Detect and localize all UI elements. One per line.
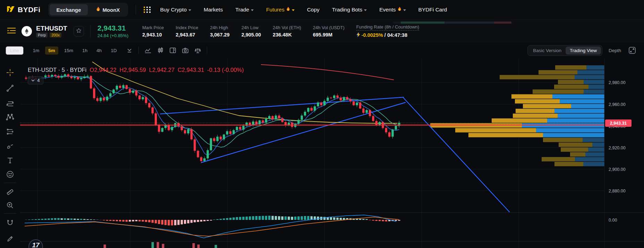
funding-rate: -0.0025%: [362, 32, 383, 38]
brand-name: BYDFi: [18, 6, 41, 14]
more-timeframes-chevron-icon[interactable]: [124, 46, 135, 55]
candle-body: [336, 96, 338, 98]
volume-profile-buy-bar: [500, 75, 575, 80]
indicators-collapse-button[interactable]: 4: [28, 76, 43, 84]
candle-body: [112, 90, 115, 93]
chart-plot[interactable]: 2,980.002,960.002,940.002,920.002,900.00…: [20, 58, 644, 248]
screenshot-camera-icon[interactable]: [180, 46, 190, 55]
macd-histogram-bar: [372, 220, 374, 221]
magnet-tool-icon[interactable]: [4, 217, 16, 229]
timeframe-15m[interactable]: 15m: [61, 47, 76, 55]
macd-histogram-bar: [333, 217, 335, 220]
volume-profile-buy-bar: [513, 114, 558, 118]
candle-body: [171, 127, 173, 130]
nav-item-copy[interactable]: Copy: [307, 7, 320, 13]
macd-histogram-bar: [294, 217, 296, 220]
macd-histogram-bar: [206, 220, 209, 221]
fib-retracement-tool-icon[interactable]: [4, 98, 16, 110]
chart-style-line-button[interactable]: Line: [6, 46, 24, 55]
macd-histogram-bar: [181, 220, 183, 224]
nav-item-markets[interactable]: Markets: [204, 7, 223, 13]
xabcd-pattern-tool-icon[interactable]: [4, 111, 16, 123]
fire-icon: [96, 7, 100, 13]
trading-view-tab[interactable]: Trading View: [566, 47, 601, 55]
depth-tab[interactable]: Depth: [609, 48, 621, 53]
macd-histogram-bar: [119, 220, 121, 222]
volume-profile-sell-bar: [547, 118, 604, 123]
nav-item-events[interactable]: Events: [379, 7, 406, 13]
nav-item-futures[interactable]: Futures: [266, 7, 295, 13]
volume-profile-buy-bar: [539, 70, 577, 75]
mode-switch: Exchange MoonX: [48, 3, 128, 17]
timeframe-4h[interactable]: 4h: [93, 47, 105, 55]
macd-histogram-bar: [57, 218, 59, 220]
crosshair-tool-icon[interactable]: [4, 67, 16, 78]
macd-histogram-bar: [129, 220, 131, 222]
macd-histogram-bar: [90, 220, 92, 220]
candle-style-icon[interactable]: [155, 46, 166, 55]
layout-panel-icon[interactable]: [168, 46, 178, 55]
compare-scales-icon[interactable]: [193, 46, 203, 55]
macd-histogram-bar: [291, 217, 293, 220]
order-panel-toggle-icon[interactable]: [7, 27, 16, 36]
funding-label[interactable]: Funding Rate (8h / Countdown): [356, 24, 419, 31]
trendline-resistance[interactable]: [261, 65, 394, 80]
long-position-tool-icon[interactable]: [4, 126, 16, 138]
candle-body: [132, 91, 134, 93]
text-tool-icon[interactable]: [4, 155, 16, 166]
macd-histogram-bar: [239, 217, 241, 220]
macd-histogram-bar: [109, 220, 111, 221]
macd-histogram-bar: [398, 220, 400, 221]
macd-histogram-bar: [220, 219, 222, 220]
zoom-in-tool-icon[interactable]: [4, 199, 16, 211]
emoji-tool-icon[interactable]: [4, 168, 16, 180]
nav-item-trade[interactable]: Trade: [235, 7, 254, 13]
fullscreen-expand-icon[interactable]: [627, 46, 637, 55]
stat-24h-low: 24h Low2,905.00: [242, 25, 261, 38]
nav-item-bydfi-card[interactable]: BYDFi Card: [418, 7, 447, 13]
volume-bar: [197, 245, 200, 248]
basic-version-tab[interactable]: Basic Version: [529, 47, 566, 55]
price-axis-label[interactable]: 0.00: [609, 218, 617, 223]
timeframe-1h[interactable]: 1h: [79, 47, 91, 55]
bydfi-logo[interactable]: BYDFi: [6, 5, 41, 14]
timeframe-1D[interactable]: 1D: [108, 47, 120, 55]
volume-profile-sell-bar: [554, 109, 604, 113]
apps-grid-icon[interactable]: [144, 7, 151, 13]
trendline-wedge_lower[interactable]: [201, 102, 405, 163]
volume-profile-sell-bar: [543, 133, 604, 138]
favorite-star-button[interactable]: [74, 26, 84, 36]
drawing-toolbar: [0, 58, 20, 248]
brush-tool-icon[interactable]: [4, 140, 16, 152]
trend-line-tool-icon[interactable]: [4, 82, 16, 94]
trendline-breakdown[interactable]: [404, 98, 509, 212]
macd-histogram-bar: [330, 217, 332, 220]
stat-label: 24h Vol (ETH): [273, 25, 301, 30]
price-axis-label[interactable]: 2,900.00: [609, 167, 626, 172]
price-axis-label[interactable]: 2,920.00: [609, 146, 626, 150]
chevron-down-icon: [188, 9, 191, 11]
candle-body: [129, 89, 131, 93]
leverage-badge[interactable]: 200x: [50, 33, 61, 38]
macd-histogram-bar: [271, 216, 273, 220]
timeframe-5m[interactable]: 5m: [45, 47, 58, 55]
nav-item-buy-crypto[interactable]: Buy Crypto: [160, 7, 191, 13]
candle-body: [346, 97, 348, 99]
nav-item-trading-bots[interactable]: Trading Bots: [332, 7, 367, 13]
timeframe-1m[interactable]: 1m: [30, 47, 43, 55]
main-chart[interactable]: 2,980.002,960.002,940.002,920.002,900.00…: [20, 58, 644, 248]
indicators-icon[interactable]: [143, 46, 153, 55]
price-axis-label[interactable]: 2,980.00: [609, 80, 626, 85]
macd-histogram-bar: [359, 219, 361, 220]
price-axis-label[interactable]: 2,960.00: [609, 102, 626, 107]
edit-pencil-tool-icon[interactable]: [4, 232, 16, 244]
tab-moonx[interactable]: MoonX: [89, 4, 127, 15]
stat-label: 24h Vol (USDT): [313, 25, 345, 30]
volume-profile-buy-bar: [543, 138, 583, 142]
macd-histogram-bar: [48, 218, 50, 220]
ruler-tool-icon[interactable]: [4, 186, 16, 198]
stat-value: 236.48K: [273, 32, 301, 38]
tab-exchange[interactable]: Exchange: [50, 4, 88, 15]
price-axis-label[interactable]: 2,880.00: [609, 189, 626, 193]
symbol-name[interactable]: ETHUSDT: [36, 25, 67, 32]
